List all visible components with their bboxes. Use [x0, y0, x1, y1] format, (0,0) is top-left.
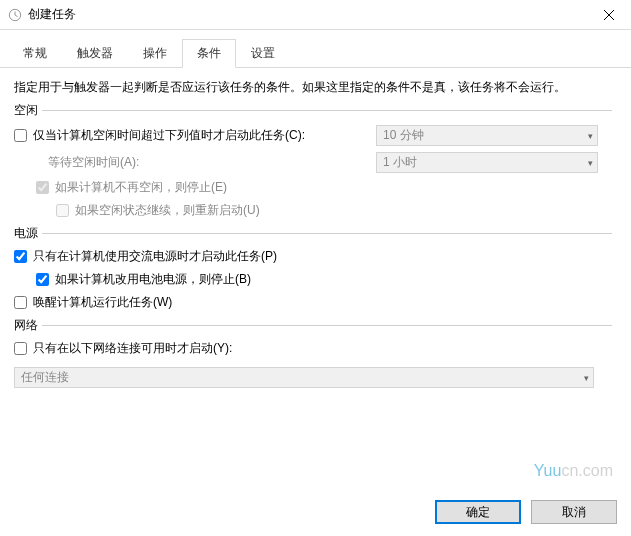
stop-if-not-idle-checkbox: 如果计算机不再空闲，则停止(E) — [36, 179, 227, 196]
titlebar: 创建任务 — [0, 0, 631, 30]
chevron-down-icon: ▾ — [584, 373, 589, 383]
group-power-header: 电源 — [14, 225, 612, 242]
close-button[interactable] — [587, 1, 631, 29]
group-network-header: 网络 — [14, 317, 612, 334]
wake-to-run-label: 唤醒计算机运行此任务(W) — [33, 294, 172, 311]
tab-settings[interactable]: 设置 — [236, 39, 290, 68]
chevron-down-icon: ▾ — [588, 131, 593, 141]
only-ac-input[interactable] — [14, 250, 27, 263]
stop-if-not-idle-input — [36, 181, 49, 194]
network-combo-value: 任何连接 — [21, 369, 69, 386]
description-text: 指定用于与触发器一起判断是否应运行该任务的条件。如果这里指定的条件不是真，该任务… — [14, 78, 617, 96]
wake-to-run-checkbox[interactable]: 唤醒计算机运行此任务(W) — [14, 294, 172, 311]
group-power-label: 电源 — [14, 225, 42, 242]
idle-duration-combo[interactable]: 10 分钟 ▾ — [376, 125, 598, 146]
group-idle-label: 空闲 — [14, 102, 42, 119]
idle-duration-value: 10 分钟 — [383, 127, 424, 144]
chevron-down-icon: ▾ — [588, 158, 593, 168]
restart-if-idle-label: 如果空闲状态继续，则重新启动(U) — [75, 202, 260, 219]
stop-if-not-idle-label: 如果计算机不再空闲，则停止(E) — [55, 179, 227, 196]
footer: 确定 取消 — [0, 488, 631, 536]
group-network-label: 网络 — [14, 317, 42, 334]
stop-on-battery-input[interactable] — [36, 273, 49, 286]
watermark-prefix: Yuu — [534, 462, 562, 479]
svg-line-2 — [15, 15, 18, 17]
tab-strip: 常规 触发器 操作 条件 设置 — [0, 30, 631, 68]
start-only-idle-input[interactable] — [14, 129, 27, 142]
only-ac-label: 只有在计算机使用交流电源时才启动此任务(P) — [33, 248, 277, 265]
watermark-suffix: cn.com — [561, 462, 613, 479]
tab-general[interactable]: 常规 — [8, 39, 62, 68]
only-if-network-input[interactable] — [14, 342, 27, 355]
content-area: 指定用于与触发器一起判断是否应运行该任务的条件。如果这里指定的条件不是真，该任务… — [0, 68, 631, 404]
start-only-idle-label: 仅当计算机空闲时间超过下列值时才启动此任务(C): — [33, 127, 305, 144]
only-ac-checkbox[interactable]: 只有在计算机使用交流电源时才启动此任务(P) — [14, 248, 277, 265]
cancel-button[interactable]: 取消 — [531, 500, 617, 524]
wait-idle-combo[interactable]: 1 小时 ▾ — [376, 152, 598, 173]
wait-idle-label: 等待空闲时间(A): — [14, 154, 376, 171]
window-title: 创建任务 — [28, 6, 587, 23]
ok-button[interactable]: 确定 — [435, 500, 521, 524]
network-combo[interactable]: 任何连接 ▾ — [14, 367, 594, 388]
start-only-idle-checkbox[interactable]: 仅当计算机空闲时间超过下列值时才启动此任务(C): — [14, 127, 376, 144]
tab-triggers[interactable]: 触发器 — [62, 39, 128, 68]
restart-if-idle-checkbox: 如果空闲状态继续，则重新启动(U) — [56, 202, 260, 219]
stop-on-battery-checkbox[interactable]: 如果计算机改用电池电源，则停止(B) — [36, 271, 251, 288]
only-if-network-label: 只有在以下网络连接可用时才启动(Y): — [33, 340, 232, 357]
tab-conditions[interactable]: 条件 — [182, 39, 236, 68]
close-icon — [604, 10, 614, 20]
restart-if-idle-input — [56, 204, 69, 217]
only-if-network-checkbox[interactable]: 只有在以下网络连接可用时才启动(Y): — [14, 340, 232, 357]
wait-idle-value: 1 小时 — [383, 154, 417, 171]
stop-on-battery-label: 如果计算机改用电池电源，则停止(B) — [55, 271, 251, 288]
divider — [42, 233, 612, 234]
divider — [42, 110, 612, 111]
divider — [42, 325, 612, 326]
watermark: Yuucn.com — [534, 462, 613, 480]
wake-to-run-input[interactable] — [14, 296, 27, 309]
group-idle-header: 空闲 — [14, 102, 612, 119]
tab-actions[interactable]: 操作 — [128, 39, 182, 68]
task-scheduler-icon — [8, 8, 22, 22]
